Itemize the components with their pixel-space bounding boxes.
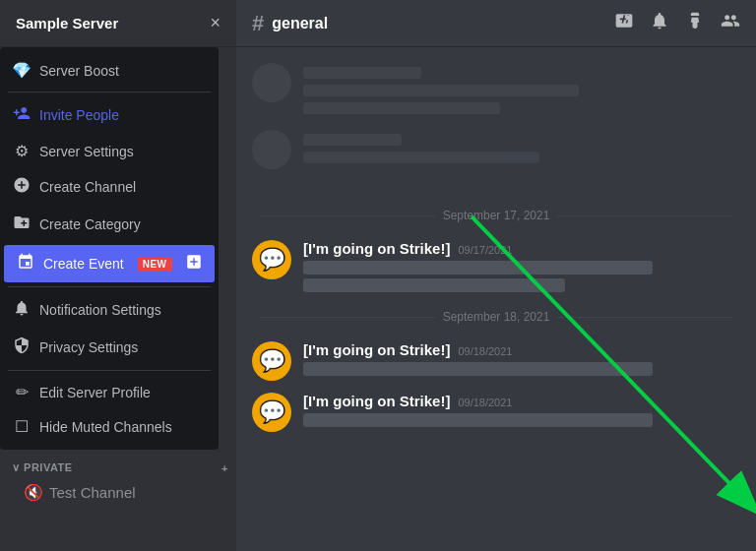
menu-item-invite-people[interactable]: Invite People [0, 96, 219, 134]
menu-divider-1 [8, 92, 211, 92]
blurred-avatar-2 [252, 130, 291, 169]
message-blurred-content-1 [303, 261, 653, 275]
settings-icon: ⚙ [12, 142, 32, 160]
message-timestamp-1: 09/17/2021 [458, 244, 512, 256]
menu-item-notification-settings[interactable]: Notification Settings [0, 291, 219, 329]
add-channel-icon[interactable]: + [221, 462, 228, 474]
menu-item-server-settings[interactable]: ⚙ Server Settings [0, 134, 219, 168]
message-blurred-content-3 [303, 413, 653, 427]
pin-icon[interactable] [685, 11, 705, 35]
message-blurred-content-1b [303, 278, 565, 292]
create-event-icon [16, 253, 35, 275]
date-separator-text-sep18: September 18, 2021 [443, 310, 550, 324]
sidebar: Sample Server × 💎 Server Boost Invite Pe… [0, 0, 236, 551]
voice-channel-icon: 🔇 [24, 483, 43, 502]
menu-label-privacy-settings: Privacy Settings [39, 339, 138, 355]
message-author-2: [I'm going on Strike!] [303, 341, 450, 358]
menu-item-create-event[interactable]: Create Event NEW [4, 245, 215, 282]
channel-label-test-channel: Test Channel [49, 484, 136, 501]
avatar-2: 💬 [252, 341, 291, 381]
menu-item-create-category[interactable]: Create Category [0, 206, 219, 243]
menu-item-privacy-settings[interactable]: Privacy Settings [0, 329, 219, 366]
privacy-icon [12, 337, 32, 358]
date-separator-text-sep17: September 17, 2021 [443, 209, 550, 222]
blur-line [303, 134, 402, 146]
message-row-1: 💬 [I'm going on Strike!] 09/17/2021 [252, 238, 740, 294]
menu-label-create-event: Create Event [43, 256, 124, 272]
message-author-1: [I'm going on Strike!] [303, 240, 450, 257]
date-separator-sep18: September 18, 2021 [252, 310, 740, 324]
close-icon[interactable]: × [210, 13, 220, 33]
create-category-icon [12, 214, 32, 235]
menu-item-edit-server-profile[interactable]: ✏ Edit Server Profile [0, 375, 219, 409]
message-content-3: [I'm going on Strike!] 09/18/2021 [303, 393, 740, 427]
channel-item-test-channel[interactable]: 🔇 Test Channel [8, 479, 228, 506]
blurred-avatar-1 [252, 63, 291, 102]
message-blurred-content-2 [303, 362, 653, 376]
channel-hash: # [252, 11, 264, 36]
message-row-3: 💬 [I'm going on Strike!] 09/18/2021 [252, 391, 740, 434]
message-header-2: [I'm going on Strike!] 09/18/2021 [303, 341, 740, 358]
main-content: # general [236, 0, 756, 551]
avatar-1: 💬 [252, 240, 291, 279]
avatar-icon-1: 💬 [259, 247, 285, 273]
message-header-3: [I'm going on Strike!] 09/18/2021 [303, 393, 740, 409]
bell-icon[interactable] [650, 11, 669, 35]
menu-label-server-settings: Server Settings [39, 144, 134, 159]
menu-item-create-channel[interactable]: Create Channel [0, 168, 219, 206]
message-content-2: [I'm going on Strike!] 09/18/2021 [303, 341, 740, 376]
menu-item-hide-muted-channels[interactable]: ☐ Hide Muted Channels [0, 409, 219, 444]
menu-label-invite-people: Invite People [39, 107, 119, 123]
message-content-1: [I'm going on Strike!] 09/17/2021 [303, 240, 740, 292]
blurred-msg-row-2 [252, 130, 740, 169]
message-author-3: [I'm going on Strike!] [303, 393, 450, 409]
menu-label-create-category: Create Category [39, 216, 141, 232]
channel-name: general [272, 15, 328, 32]
create-channel-icon [12, 176, 32, 198]
date-separator-sep17: September 17, 2021 [252, 209, 740, 222]
new-badge: NEW [138, 257, 172, 272]
message-timestamp-2: 09/18/2021 [458, 345, 512, 357]
menu-label-hide-muted-channels: Hide Muted Channels [39, 419, 172, 435]
menu-divider-3 [8, 370, 211, 371]
channel-category-private[interactable]: ∨ PRIVATE + [0, 458, 236, 478]
message-timestamp-3: 09/18/2021 [458, 397, 512, 408]
avatar-3: 💬 [252, 393, 291, 432]
blur-line [303, 152, 539, 163]
menu-divider-2 [8, 286, 211, 287]
server-header[interactable]: Sample Server × [0, 0, 236, 47]
blurred-lines-1 [303, 63, 740, 114]
invite-icon [12, 104, 32, 126]
channel-header: # general [236, 0, 756, 47]
members-icon[interactable] [721, 11, 740, 35]
menu-label-server-boost: Server Boost [39, 63, 119, 79]
avatar-icon-2: 💬 [259, 348, 285, 374]
message-row-2: 💬 [I'm going on Strike!] 09/18/2021 [252, 339, 740, 383]
context-menu: 💎 Server Boost Invite People ⚙ Server Se… [0, 47, 219, 450]
blur-line [303, 67, 421, 79]
menu-item-server-boost[interactable]: 💎 Server Boost [0, 53, 219, 88]
top-blurred-messages [236, 47, 756, 185]
category-label-private: ∨ PRIVATE [12, 461, 73, 474]
blur-line [303, 85, 579, 96]
create-event-add-icon [185, 253, 203, 275]
server-name: Sample Server [16, 15, 118, 31]
avatar-icon-3: 💬 [259, 399, 285, 425]
hide-muted-icon: ☐ [12, 417, 32, 436]
channel-section: ∨ PRIVATE + 🔇 Test Channel [0, 450, 236, 551]
menu-label-create-channel: Create Channel [39, 179, 136, 195]
notification-icon [12, 299, 32, 321]
blurred-lines-2 [303, 130, 740, 163]
blurred-msg-row-1 [252, 63, 740, 114]
boost-icon: 💎 [12, 61, 32, 80]
messages-area: September 17, 2021 💬 [I'm going on Strik… [236, 185, 756, 551]
blur-line [303, 102, 500, 114]
menu-label-notification-settings: Notification Settings [39, 302, 161, 318]
message-header-1: [I'm going on Strike!] 09/17/2021 [303, 240, 740, 257]
header-icons [614, 11, 740, 35]
menu-label-edit-server-profile: Edit Server Profile [39, 385, 151, 400]
edit-icon: ✏ [12, 383, 32, 401]
hashtag-icon[interactable] [614, 11, 634, 35]
